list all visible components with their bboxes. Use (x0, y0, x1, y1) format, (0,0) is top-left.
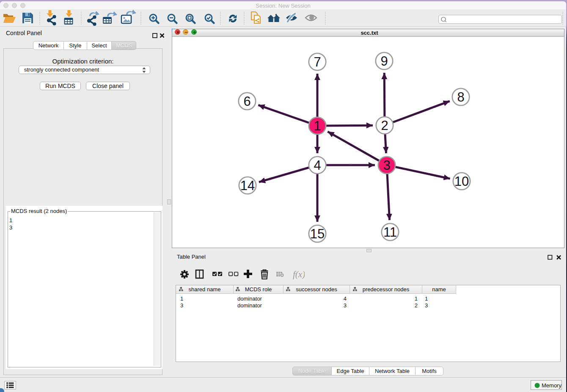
svg-text:1: 1 (314, 119, 321, 133)
svg-text:4: 4 (314, 158, 321, 173)
svg-text:10: 10 (454, 174, 469, 189)
svg-text:3: 3 (383, 158, 390, 173)
svg-text:f(x): f(x) (293, 269, 305, 279)
svg-text:15: 15 (310, 226, 325, 241)
svg-text:14: 14 (240, 178, 255, 193)
svg-text:11: 11 (383, 225, 397, 240)
svg-text:2: 2 (381, 118, 388, 133)
svg-text:7: 7 (314, 55, 321, 69)
svg-text:6: 6 (243, 94, 250, 109)
svg-text:9: 9 (380, 54, 388, 69)
svg-text:8: 8 (457, 90, 464, 105)
